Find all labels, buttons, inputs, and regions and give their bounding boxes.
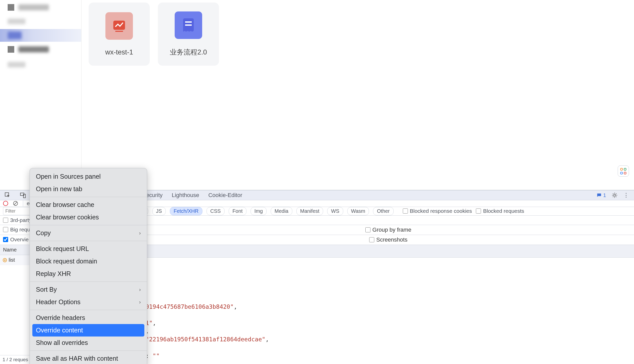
request-row[interactable]: list	[0, 255, 33, 265]
ctx-block-domain[interactable]: Block request domain	[30, 255, 147, 268]
filter-pill-manifest[interactable]: Manifest	[296, 207, 323, 215]
rail-item-active[interactable]	[0, 29, 81, 42]
ctx-save-har[interactable]: Save all as HAR with content	[30, 352, 147, 364]
app-card-label: wx-test-1	[105, 48, 133, 56]
request-list: Name list 1 / 2 reques	[0, 245, 33, 364]
filter-pill-media[interactable]: Media	[271, 207, 292, 215]
more-icon[interactable]: ⋮	[623, 192, 629, 199]
screenshots-checkbox[interactable]: Screenshots	[369, 236, 407, 243]
ctx-clear-cache[interactable]: Clear browser cache	[30, 199, 147, 211]
context-menu: Open in Sources panel Open in new tab Cl…	[30, 168, 147, 364]
svg-line-10	[14, 202, 17, 205]
tab-lighthouse[interactable]: Lighthouse	[172, 190, 199, 200]
ctx-replay-xhr[interactable]: Replay XHR	[30, 268, 147, 280]
app-card-icon-chart	[105, 12, 133, 40]
filter-input[interactable]	[3, 207, 31, 215]
color-grid-button[interactable]	[618, 165, 629, 177]
ctx-override-headers[interactable]: Override headers	[30, 312, 147, 324]
app-card-icon-doc	[175, 11, 202, 39]
messages-badge[interactable]: 1	[597, 192, 606, 198]
svg-rect-3	[185, 21, 192, 23]
chevron-right-icon: ›	[139, 299, 141, 305]
ctx-show-overrides[interactable]: Show all overrides	[30, 337, 147, 349]
filter-pill-js[interactable]: JS	[152, 207, 166, 215]
left-rail	[0, 0, 81, 190]
ctx-open-sources[interactable]: Open in Sources panel	[30, 170, 147, 183]
app-card[interactable]: wx-test-1	[89, 3, 150, 66]
filter-pill-css[interactable]: CSS	[206, 207, 225, 215]
ctx-copy[interactable]: Copy›	[30, 227, 147, 239]
gear-icon[interactable]	[612, 192, 618, 198]
svg-rect-4	[185, 24, 192, 26]
device-icon[interactable]	[20, 192, 26, 198]
svg-rect-1	[115, 31, 123, 32]
ctx-open-new-tab[interactable]: Open in new tab	[30, 183, 147, 195]
blocked-requests-checkbox[interactable]: Blocked requests	[476, 208, 524, 214]
inspect-icon[interactable]	[5, 192, 11, 198]
ctx-override-content[interactable]: Override content	[32, 324, 144, 337]
ctx-sort-by[interactable]: Sort By›	[30, 283, 147, 296]
group-by-frame-checkbox[interactable]: Group by frame	[365, 227, 411, 233]
blocked-cookies-checkbox[interactable]: Blocked response cookies	[403, 208, 472, 214]
filter-pill-img[interactable]: Img	[251, 207, 267, 215]
record-button[interactable]	[3, 201, 8, 206]
ctx-separator	[30, 310, 147, 310]
svg-point-8	[614, 194, 616, 196]
filter-pill-other[interactable]: Other	[373, 207, 393, 215]
rail-item[interactable]	[0, 14, 81, 29]
tab-cookie-editor[interactable]: Cookie-Editor	[208, 190, 242, 200]
ctx-separator	[30, 225, 147, 225]
app-card[interactable]: 业务流程2.0	[158, 3, 219, 66]
request-list-header[interactable]: Name	[0, 245, 33, 255]
filter-pill-ws[interactable]: WS	[327, 207, 343, 215]
ctx-clear-cookies[interactable]: Clear browser cookies	[30, 211, 147, 223]
filter-pill-wasm[interactable]: Wasm	[347, 207, 369, 215]
ctx-header-options[interactable]: Header Options›	[30, 296, 147, 308]
chevron-right-icon: ›	[139, 287, 141, 292]
rail-item[interactable]	[0, 1, 81, 14]
ctx-separator	[30, 241, 147, 241]
request-name: list	[9, 257, 15, 263]
ctx-separator	[30, 282, 147, 282]
app-card-label: 业务流程2.0	[170, 48, 207, 57]
rail-item[interactable]	[0, 42, 81, 57]
ctx-separator	[30, 351, 147, 351]
app-top-area: wx-test-1 业务流程2.0	[0, 0, 634, 190]
request-list-footer: 1 / 2 reques	[0, 355, 33, 364]
ctx-separator	[30, 197, 147, 197]
chevron-right-icon: ›	[139, 230, 141, 236]
filter-pill-font[interactable]: Font	[229, 207, 246, 215]
app-content: wx-test-1 业务流程2.0	[81, 0, 634, 190]
ctx-block-url[interactable]: Block request URL	[30, 243, 147, 255]
clear-icon[interactable]	[13, 201, 18, 206]
filter-pill-fetch[interactable]: Fetch/XHR	[170, 207, 202, 215]
rail-item[interactable]	[0, 57, 81, 72]
messages-count: 1	[603, 192, 606, 198]
xhr-icon	[3, 258, 7, 262]
